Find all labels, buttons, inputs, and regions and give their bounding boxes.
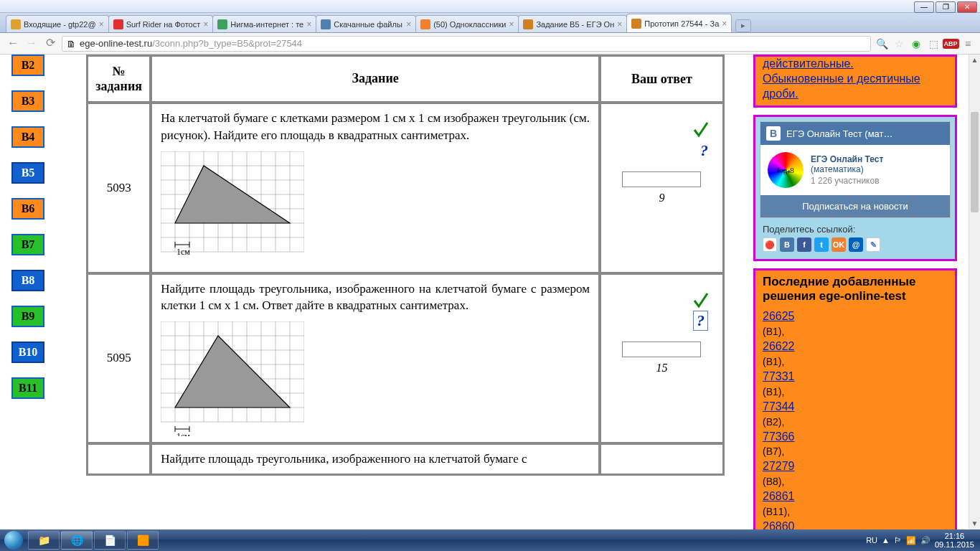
category-button-b4[interactable]: B4 (11, 126, 44, 148)
solution-link[interactable]: 26860 (763, 519, 948, 529)
tab-close-icon[interactable]: × (303, 19, 311, 29)
tab-close-icon[interactable]: × (506, 19, 514, 29)
share-fb-icon[interactable]: f (797, 237, 811, 252)
address-bar[interactable]: 🗎 ege-online-test.ru/3conn.php?b_type=B5… (62, 36, 871, 52)
help-icon[interactable]: ? (693, 311, 708, 331)
answer-input[interactable] (622, 171, 701, 187)
system-tray: RU ▲ 🏳 📶 🔊 21:16 09.11.2015 (866, 532, 980, 549)
solution-link[interactable]: 26861 (763, 489, 948, 504)
browser-tabs: Входящие - gtp22@×Surf Rider на Фотост×Н… (0, 13, 980, 33)
tray-volume-icon[interactable]: 🔊 (920, 536, 930, 545)
tray-lang[interactable]: RU (866, 536, 877, 545)
browser-tab[interactable]: Прототип 27544 - За× (626, 14, 732, 32)
tray-action-center-icon[interactable]: 🏳 (894, 536, 902, 545)
solutions-links: 26625 (B1), 26622 (B1),77331 (B1), 77344… (763, 309, 948, 529)
topic-link[interactable]: Обыкновенные и десятичные дроби. (763, 72, 948, 102)
reload-button[interactable]: ⟳ (43, 37, 57, 51)
extension-icon[interactable]: ◉ (910, 37, 923, 50)
forward-button[interactable]: → (24, 37, 39, 51)
category-button-b9[interactable]: B9 (11, 306, 44, 327)
tab-title: Surf Rider на Фотост (126, 20, 201, 29)
category-button-b10[interactable]: B10 (11, 342, 44, 363)
window-minimize-button[interactable]: — (914, 1, 934, 13)
solution-link[interactable]: 77331 (763, 369, 948, 385)
share-ok-icon[interactable]: OK (831, 237, 846, 252)
scroll-up-icon[interactable]: ▲ (969, 55, 980, 66)
answer-cell: 15 ? (600, 274, 723, 443)
browser-tab[interactable]: Surf Rider на Фотост× (108, 15, 214, 32)
browser-tab[interactable]: (50) Одноклассники× (415, 15, 519, 32)
favicon (631, 19, 641, 29)
category-button-b3[interactable]: B3 (11, 90, 44, 112)
answer-value: 15 (610, 362, 714, 375)
window-maximize-button[interactable]: ❐ (936, 1, 956, 13)
solution-link[interactable]: 26625 (763, 309, 948, 324)
browser-tab[interactable]: Задание B5 - ЕГЭ Он× (518, 15, 627, 32)
category-button-b5[interactable]: B5 (11, 162, 44, 184)
category-button-b11[interactable]: B11 (11, 377, 44, 399)
browser-tab[interactable]: Входящие - gtp22@× (6, 15, 109, 32)
favicon (523, 19, 533, 29)
tab-close-icon[interactable]: × (403, 19, 411, 29)
task-text: Найдите площадь треугольника, изображенн… (151, 274, 599, 443)
help-icon[interactable]: ? (700, 141, 708, 160)
tab-title: Задание B5 - ЕГЭ Он (536, 20, 614, 29)
share-lj-icon[interactable]: 🔴 (763, 237, 777, 252)
vk-subscribe-button[interactable]: Подписаться на новости (760, 195, 950, 217)
solution-link[interactable]: 77344 (763, 400, 948, 415)
check-icon (692, 120, 710, 140)
tray-clock[interactable]: 21:16 09.11.2015 (935, 532, 974, 549)
taskbar-word[interactable]: 📄 (94, 531, 126, 550)
topic-link[interactable]: действительные. (763, 57, 948, 72)
vk-group-count: 1 226 участников (811, 176, 883, 186)
window-close-button[interactable]: ✕ (957, 1, 977, 13)
share-mail-icon[interactable]: @ (849, 237, 863, 252)
bookmark-star-icon[interactable]: ☆ (892, 37, 905, 50)
tab-title: Входящие - gtp22@ (24, 20, 96, 29)
start-button[interactable] (0, 529, 27, 551)
extension-icon-2[interactable]: ⬚ (927, 37, 940, 50)
task-number: 5093 (88, 103, 150, 273)
browser-tab[interactable]: Скачанные файлы× (316, 15, 416, 32)
category-nav: B2B3B4B5B6B7B8B9B10B11 (11, 55, 44, 413)
col-header-task: Задание (151, 56, 599, 102)
zoom-icon[interactable]: 🔍 (875, 37, 888, 50)
category-button-b7[interactable]: B7 (11, 234, 44, 255)
taskbar-chrome[interactable]: 🌐 (61, 531, 93, 550)
table-row: 5093 На клетчатой бумаге с клетками разм… (88, 103, 723, 273)
vk-group-name[interactable]: ЕГЭ Онлайн Тест (811, 154, 883, 164)
tray-network-icon[interactable]: 📶 (906, 536, 916, 545)
right-sidebar: действительные.Обыкновенные и десятичные… (753, 55, 957, 529)
category-button-b8[interactable]: B8 (11, 270, 44, 291)
page-scrollbar[interactable]: ▲ ▼ (969, 55, 980, 529)
windows-taskbar: 📁 🌐 📄 🟧 RU ▲ 🏳 📶 🔊 21:16 09.11.2015 (0, 529, 980, 551)
category-button-b2[interactable]: B2 (11, 55, 44, 76)
share-vk-icon[interactable]: B (780, 237, 794, 252)
share-tw-icon[interactable]: t (814, 237, 829, 252)
taskbar-app[interactable]: 🟧 (127, 531, 159, 550)
taskbar-explorer[interactable]: 📁 (28, 531, 60, 550)
vk-group-sub: (математика) (811, 164, 883, 174)
tab-close-icon[interactable]: × (96, 19, 104, 29)
answer-input[interactable] (622, 342, 701, 357)
category-button-b6[interactable]: B6 (11, 198, 44, 220)
tab-close-icon[interactable]: × (719, 19, 727, 29)
page-icon: 🗎 (67, 39, 77, 49)
tab-close-icon[interactable]: × (614, 19, 622, 29)
back-button[interactable]: ← (6, 37, 20, 51)
triangle-figure: 1см (161, 321, 304, 436)
scroll-thumb[interactable] (971, 112, 979, 212)
abp-icon[interactable]: ABP (944, 37, 957, 50)
scroll-down-icon[interactable]: ▼ (969, 518, 980, 529)
menu-icon[interactable]: ≡ (961, 37, 974, 50)
solution-link[interactable]: 77366 (763, 430, 948, 445)
solution-link[interactable]: 27279 (763, 459, 948, 474)
new-tab-button[interactable]: ▸ (735, 19, 751, 32)
window-titlebar: — ❐ ✕ (0, 0, 980, 13)
share-link-icon[interactable]: ✎ (866, 237, 880, 252)
browser-tab[interactable]: Нигма-интернет : те× (212, 15, 316, 32)
tab-close-icon[interactable]: × (200, 19, 208, 29)
solution-link[interactable]: 26622 (763, 339, 948, 354)
vk-widget-header[interactable]: B ЕГЭ Онлайн Тест (мат… (760, 122, 950, 145)
tray-flag-icon[interactable]: ▲ (882, 536, 890, 545)
